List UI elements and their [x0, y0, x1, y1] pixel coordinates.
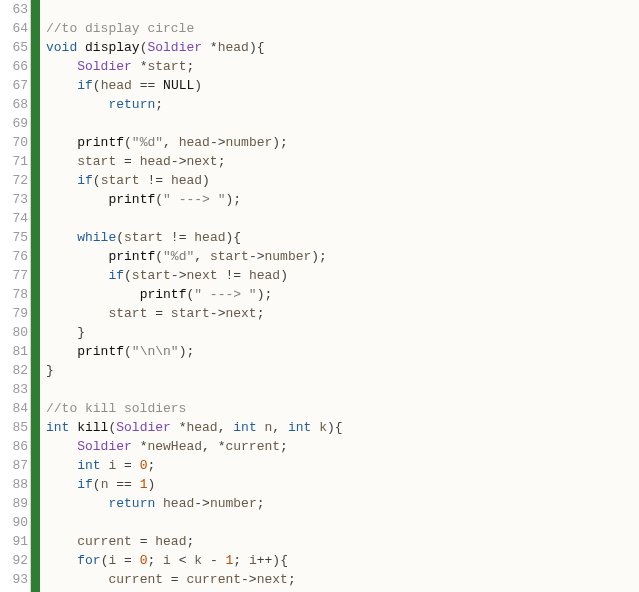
code-token: ); — [257, 287, 273, 302]
code-token: return — [108, 97, 155, 112]
code-token: start — [101, 173, 140, 188]
code-token — [46, 477, 77, 492]
code-token — [46, 458, 77, 473]
code-line[interactable]: Soldier *newHead, *current; — [46, 437, 639, 456]
code-token: start — [132, 268, 171, 283]
code-token: int — [77, 458, 100, 473]
line-number: 87 — [0, 456, 30, 475]
code-token: int — [46, 420, 69, 435]
code-line[interactable] — [46, 380, 639, 399]
line-number: 84 — [0, 399, 30, 418]
code-token: ( — [124, 135, 132, 150]
code-line[interactable]: if(n == 1) — [46, 475, 639, 494]
code-line[interactable]: current = current->next; — [46, 570, 639, 589]
code-token — [46, 268, 108, 283]
code-token: k — [194, 553, 202, 568]
code-line[interactable]: if(start != head) — [46, 171, 639, 190]
code-token: , — [272, 420, 288, 435]
code-line[interactable]: printf(" ---> "); — [46, 190, 639, 209]
line-number: 81 — [0, 342, 30, 361]
code-token: Soldier — [116, 420, 171, 435]
code-line[interactable] — [46, 114, 639, 133]
line-number: 82 — [0, 361, 30, 380]
code-token — [46, 553, 77, 568]
code-token: if — [77, 173, 93, 188]
code-token: return — [108, 496, 155, 511]
line-number: 65 — [0, 38, 30, 57]
code-line[interactable]: start = start->next; — [46, 304, 639, 323]
code-line[interactable]: printf(" ---> "); — [46, 285, 639, 304]
code-line[interactable]: int kill(Soldier *head, int n, int k){ — [46, 418, 639, 437]
code-token — [46, 192, 108, 207]
code-token: head — [218, 40, 249, 55]
code-line[interactable]: void display(Soldier *head){ — [46, 38, 639, 57]
code-line[interactable]: } — [46, 323, 639, 342]
code-line[interactable]: if(start->next != head) — [46, 266, 639, 285]
code-line[interactable]: //to kill soldiers — [46, 399, 639, 418]
code-token: display — [85, 40, 140, 55]
code-token: ) — [147, 477, 155, 492]
code-token: head — [171, 173, 202, 188]
code-line[interactable]: printf("\n\n"); — [46, 342, 639, 361]
code-token: printf — [140, 287, 187, 302]
line-number: 91 — [0, 532, 30, 551]
code-line[interactable] — [46, 209, 639, 228]
code-line[interactable] — [46, 0, 639, 19]
code-token: ; — [147, 553, 163, 568]
code-token: while — [77, 230, 116, 245]
code-line[interactable]: Soldier *start; — [46, 57, 639, 76]
code-line[interactable] — [46, 513, 639, 532]
code-line[interactable]: return; — [46, 95, 639, 114]
code-token: , — [218, 420, 234, 435]
code-token: , * — [202, 439, 225, 454]
code-token: = — [116, 553, 139, 568]
code-token: * — [202, 40, 218, 55]
code-token: newHead — [147, 439, 202, 454]
code-token: ); — [272, 135, 288, 150]
code-line[interactable]: if(head == NULL) — [46, 76, 639, 95]
code-line[interactable]: printf("%d", head->number); — [46, 133, 639, 152]
code-line[interactable]: return head->number; — [46, 494, 639, 513]
code-token: kill — [77, 420, 108, 435]
line-number: 93 — [0, 570, 30, 589]
code-token: k — [319, 420, 327, 435]
code-line[interactable]: for(i = 0; i < k - 1; i++){ — [46, 551, 639, 570]
code-token: ( — [155, 192, 163, 207]
code-token: * — [132, 439, 148, 454]
code-token: head — [140, 154, 171, 169]
code-line[interactable]: } — [46, 361, 639, 380]
code-line[interactable]: int i = 0; — [46, 456, 639, 475]
code-area[interactable]: //to display circlevoid display(Soldier … — [40, 0, 639, 592]
code-token: ( — [93, 173, 101, 188]
code-token: * — [171, 420, 187, 435]
code-token: printf — [108, 192, 155, 207]
code-token: "%d" — [132, 135, 163, 150]
line-number: 77 — [0, 266, 30, 285]
code-line[interactable]: printf("%d", start->number); — [46, 247, 639, 266]
line-number: 63 — [0, 0, 30, 19]
code-token: head — [163, 496, 194, 511]
code-token: start — [77, 154, 116, 169]
code-token: current — [186, 572, 241, 587]
code-token: } — [46, 325, 85, 340]
code-editor[interactable]: 6364656667686970717273747576777879808182… — [0, 0, 639, 592]
code-token: ; — [155, 97, 163, 112]
code-token: == — [108, 477, 139, 492]
code-token: ( — [155, 249, 163, 264]
code-line[interactable]: start = head->next; — [46, 152, 639, 171]
code-token: -> — [171, 154, 187, 169]
line-number: 67 — [0, 76, 30, 95]
code-token: ; — [257, 306, 265, 321]
code-token: ; — [186, 534, 194, 549]
code-token: - — [202, 553, 225, 568]
code-line[interactable]: //to display circle — [46, 19, 639, 38]
code-token: ){ — [226, 230, 242, 245]
code-token: ( — [93, 477, 101, 492]
code-token: ; — [186, 59, 194, 74]
code-token: ( — [116, 230, 124, 245]
code-line[interactable]: while(start != head){ — [46, 228, 639, 247]
code-token: start — [147, 59, 186, 74]
code-line[interactable]: current = head; — [46, 532, 639, 551]
code-token — [77, 40, 85, 55]
code-token: current — [108, 572, 163, 587]
